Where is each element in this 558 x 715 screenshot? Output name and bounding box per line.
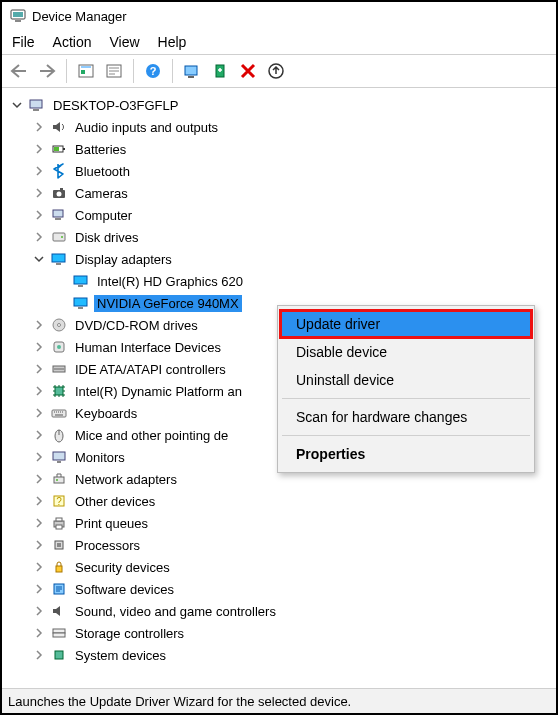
expander-icon[interactable] <box>10 98 24 112</box>
expander-icon[interactable] <box>32 582 46 596</box>
tree-category[interactable]: Security devices <box>32 556 552 578</box>
svg-rect-12 <box>30 100 42 108</box>
chip-icon <box>50 382 68 400</box>
tree-item-label: Network adapters <box>72 471 180 488</box>
menu-view[interactable]: View <box>109 34 139 50</box>
expander-icon[interactable] <box>32 494 46 508</box>
tree-category[interactable]: Batteries <box>32 138 552 160</box>
tree-item-label: Computer <box>72 207 135 224</box>
tree-category[interactable]: Disk drives <box>32 226 552 248</box>
expander-blank <box>54 274 68 288</box>
context-menu-item[interactable]: Update driver <box>280 310 532 338</box>
display-icon <box>72 294 90 312</box>
tree-category[interactable]: Sound, video and game controllers <box>32 600 552 622</box>
svg-text:?: ? <box>150 65 157 77</box>
svg-rect-28 <box>74 298 87 306</box>
back-button[interactable] <box>6 58 32 84</box>
sound-icon <box>50 602 68 620</box>
svg-rect-8 <box>185 66 197 75</box>
expander-icon[interactable] <box>32 406 46 420</box>
show-hidden-button[interactable] <box>73 58 99 84</box>
svg-text:?: ? <box>56 496 62 507</box>
context-menu-item[interactable]: Properties <box>280 440 532 468</box>
toolbar: ? <box>2 54 556 88</box>
svg-rect-48 <box>57 543 61 547</box>
svg-rect-35 <box>55 387 63 395</box>
svg-rect-16 <box>54 147 59 151</box>
expander-icon[interactable] <box>32 472 46 486</box>
tree-item-label: Cameras <box>72 185 131 202</box>
expander-icon[interactable] <box>32 252 46 266</box>
context-menu-item[interactable]: Scan for hardware changes <box>280 403 532 431</box>
tree-category[interactable]: Display adapters <box>32 248 552 270</box>
expander-icon[interactable] <box>32 626 46 640</box>
add-legacy-button[interactable] <box>207 58 233 84</box>
tree-root[interactable]: DESKTOP-O3FGFLP <box>10 94 552 116</box>
help-button[interactable]: ? <box>140 58 166 84</box>
tree-category[interactable]: Bluetooth <box>32 160 552 182</box>
tree-category[interactable]: Storage controllers <box>32 622 552 644</box>
display-icon <box>72 272 90 290</box>
uninstall-button[interactable] <box>235 58 261 84</box>
svg-rect-36 <box>52 410 66 417</box>
svg-rect-4 <box>81 70 85 74</box>
expander-icon[interactable] <box>32 450 46 464</box>
tree-category[interactable]: Software devices <box>32 578 552 600</box>
toolbar-separator <box>66 59 67 83</box>
expander-icon[interactable] <box>32 560 46 574</box>
svg-rect-49 <box>56 566 62 572</box>
device-tree[interactable]: DESKTOP-O3FGFLPAudio inputs and outputsB… <box>2 88 556 689</box>
tree-category[interactable]: Print queues <box>32 512 552 534</box>
menu-help[interactable]: Help <box>158 34 187 50</box>
svg-rect-9 <box>188 76 194 78</box>
expander-icon[interactable] <box>32 164 46 178</box>
expander-icon[interactable] <box>32 362 46 376</box>
ide-icon <box>50 360 68 378</box>
tree-category[interactable]: Computer <box>32 204 552 226</box>
update-driver-button[interactable] <box>263 58 289 84</box>
tree-category[interactable]: ?Other devices <box>32 490 552 512</box>
expander-icon[interactable] <box>32 340 46 354</box>
camera-icon <box>50 184 68 202</box>
svg-rect-51 <box>53 629 65 633</box>
expander-icon[interactable] <box>32 384 46 398</box>
forward-button[interactable] <box>34 58 60 84</box>
scan-hardware-button[interactable] <box>179 58 205 84</box>
tree-item-label: Human Interface Devices <box>72 339 224 356</box>
context-menu-item[interactable]: Disable device <box>280 338 532 366</box>
tree-category[interactable]: Processors <box>32 534 552 556</box>
properties-button[interactable] <box>101 58 127 84</box>
network-icon <box>50 470 68 488</box>
mouse-icon <box>50 426 68 444</box>
tree-item-label: Intel(R) HD Graphics 620 <box>94 273 246 290</box>
expander-icon[interactable] <box>32 538 46 552</box>
tree-item-label: Mice and other pointing de <box>72 427 231 444</box>
expander-icon[interactable] <box>32 648 46 662</box>
expander-icon[interactable] <box>32 230 46 244</box>
expander-icon[interactable] <box>32 318 46 332</box>
expander-icon[interactable] <box>32 120 46 134</box>
svg-point-41 <box>56 479 58 481</box>
expander-icon[interactable] <box>32 208 46 222</box>
tree-category[interactable]: System devices <box>32 644 552 666</box>
printer-icon <box>50 514 68 532</box>
expander-icon[interactable] <box>32 186 46 200</box>
menu-file[interactable]: File <box>12 34 35 50</box>
tree-category[interactable]: Cameras <box>32 182 552 204</box>
tree-device[interactable]: Intel(R) HD Graphics 620 <box>54 270 552 292</box>
other-icon: ? <box>50 492 68 510</box>
tree-category[interactable]: Audio inputs and outputs <box>32 116 552 138</box>
expander-icon[interactable] <box>32 516 46 530</box>
svg-rect-46 <box>56 525 62 529</box>
tree-item-label: Keyboards <box>72 405 140 422</box>
expander-blank <box>54 296 68 310</box>
expander-icon[interactable] <box>32 604 46 618</box>
context-menu-item[interactable]: Uninstall device <box>280 366 532 394</box>
expander-icon[interactable] <box>32 142 46 156</box>
svg-rect-27 <box>78 285 83 287</box>
svg-rect-21 <box>55 218 61 220</box>
menu-action[interactable]: Action <box>53 34 92 50</box>
tree-item-label: IDE ATA/ATAPI controllers <box>72 361 229 378</box>
tree-item-label: Processors <box>72 537 143 554</box>
expander-icon[interactable] <box>32 428 46 442</box>
